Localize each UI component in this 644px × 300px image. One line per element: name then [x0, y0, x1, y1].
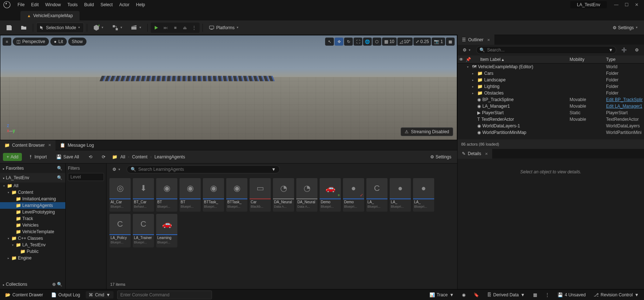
search-icon[interactable]: 🔍 — [57, 282, 62, 287]
level-viewport[interactable]: ≡ ◫Perspective ●Lit Show ↖ ✥ ↻ ⛶ 🌐 ⬡ ▦10… — [0, 35, 457, 140]
asset-tile[interactable]: CLA_TrainerBluepri... — [133, 214, 154, 247]
tree-node[interactable]: 📁Track — [0, 215, 65, 222]
asset-tile[interactable]: 🚗LearningBluepri... — [156, 214, 177, 247]
outliner-row[interactable]: ▸📁LightingFolder — [458, 83, 644, 90]
lit-dropdown[interactable]: ●Lit — [50, 38, 67, 46]
selection-mode-dropdown[interactable]: Selection Mode ▼ — [36, 23, 84, 33]
asset-tile[interactable]: ●LA_Bluepri... — [390, 178, 411, 212]
grid-button[interactable]: ▦ — [531, 292, 539, 297]
skip-button[interactable]: ⏭ — [161, 23, 170, 32]
outliner-row[interactable]: ▸📁LandscapeFolder — [458, 77, 644, 83]
capture-button[interactable]: ◉ — [460, 292, 468, 297]
minimize-button[interactable]: — — [611, 1, 621, 8]
select-tool[interactable]: ↖ — [325, 38, 334, 46]
blueprint-dropdown[interactable]: ▼ — [109, 23, 126, 33]
map-tab[interactable]: ▲ VehicleExampleMap — [20, 11, 80, 20]
outliner-row[interactable]: ◉WorldPartitionMiniMapWorldPartitionMini — [458, 129, 644, 136]
close-icon[interactable]: ✕ — [485, 152, 488, 156]
col-mobility[interactable]: Mobility — [570, 57, 606, 62]
stop-button[interactable]: ■ — [170, 23, 180, 32]
outliner-settings-button[interactable]: ⚙ — [632, 45, 642, 55]
tree-node[interactable]: ▾📁All — [0, 182, 65, 189]
surface-snap-toggle[interactable]: ⬡ — [373, 38, 381, 46]
eye-icon[interactable]: 👁 — [459, 57, 463, 62]
favorites-header[interactable]: ▸Favorites🔍 — [0, 164, 65, 173]
history-back[interactable]: ⟲ — [86, 152, 95, 162]
search-icon[interactable]: 🔍 — [57, 175, 62, 180]
menu-select[interactable]: Select — [100, 2, 112, 7]
tree-node[interactable]: ▾📁Content — [0, 189, 65, 196]
output-log-button[interactable]: 📄Output Log — [49, 292, 82, 297]
cmd-dropdown[interactable]: ⌘Cmd▼ — [86, 291, 113, 299]
tab-details[interactable]: ✎Details✕ — [458, 149, 492, 159]
menu-edit[interactable]: Edit — [31, 2, 39, 7]
menu-actor[interactable]: Actor — [119, 2, 130, 7]
tab-message-log[interactable]: 📋Message Log — [55, 140, 98, 150]
outliner-row[interactable]: ◉WorldDataLayers-1WorldDataLayers — [458, 123, 644, 129]
console-input[interactable] — [117, 291, 212, 299]
tab-outliner[interactable]: ☰Outliner✕ — [458, 35, 494, 45]
asset-tile[interactable]: CLA_Bluepri... — [366, 178, 387, 212]
search-icon[interactable]: 🔍 — [57, 166, 62, 171]
asset-tile[interactable]: ◉BTTask_Bluepri... — [203, 178, 224, 212]
outliner-row[interactable]: ◉LA_Manager1MovableEdit LA_Manager1 — [458, 103, 644, 109]
add-button[interactable]: +Add — [3, 153, 22, 161]
angle-snap[interactable]: ◿10° — [397, 38, 413, 46]
close-icon[interactable]: ✕ — [48, 143, 51, 147]
save-all-button[interactable]: 💾Save All — [53, 152, 82, 162]
asset-tile[interactable]: ◉BTBluepri... — [180, 178, 201, 212]
close-icon[interactable]: ✕ — [487, 38, 490, 42]
asset-search-input[interactable] — [138, 167, 269, 172]
streaming-badge[interactable]: ⚠Streaming Disabled — [401, 127, 453, 136]
asset-grid[interactable]: ◎AI_CarBluepri...⬇BT_CarBehavi...◉BTBlue… — [107, 175, 457, 280]
tree-node[interactable]: ▾📁C++ Classes — [0, 235, 65, 242]
content-drawer-button[interactable]: 📂Content Drawer — [3, 292, 45, 297]
tree-node[interactable]: 📁ImitationLearning — [0, 196, 65, 202]
more-button[interactable]: ⋮ — [543, 292, 552, 297]
col-type[interactable]: Type — [606, 57, 644, 62]
asset-tile[interactable]: ⬇BT_CarBehavi... — [133, 178, 154, 212]
outliner-search-input[interactable] — [487, 47, 606, 53]
viewport-layout[interactable]: ▦ — [446, 38, 455, 46]
outliner-search[interactable]: 🔍▼ — [476, 46, 616, 54]
project-header[interactable]: ▾LA_TestEnv🔍 — [0, 173, 65, 182]
outliner-row[interactable]: TTextRenderActorMovableTextRenderActor — [458, 116, 644, 123]
save-button[interactable] — [3, 23, 15, 33]
trace-dropdown[interactable]: 📊Trace▼ — [427, 292, 456, 297]
crumb-content[interactable]: Content — [132, 154, 147, 159]
perspective-dropdown[interactable]: ◫Perspective — [13, 38, 49, 46]
viewport-menu-button[interactable]: ≡ — [3, 38, 11, 46]
crumb-learningagents[interactable]: LearningAgents — [154, 154, 185, 159]
menu-help[interactable]: Help — [136, 2, 145, 7]
outliner-row[interactable]: ▾🗺VehicleExampleMap (Editor)World — [458, 64, 644, 70]
outliner-filter-button[interactable]: ⚙▼ — [460, 45, 474, 55]
close-button[interactable]: ✕ — [632, 1, 642, 8]
tree-node[interactable]: ▸📁Engine — [0, 255, 65, 261]
outliner-row[interactable]: ▶PlayerStartStaticPlayerStart — [458, 109, 644, 116]
cb-settings-button[interactable]: ⚙Settings — [427, 152, 454, 162]
filter-dropdown[interactable]: ⚙▼ — [109, 164, 124, 174]
tree-node[interactable]: ▾📁LA_TestEnv — [0, 242, 65, 248]
add-content-dropdown[interactable]: +▼ — [90, 23, 107, 33]
scale-snap[interactable]: ⤢0.25 — [413, 38, 431, 46]
unsaved-button[interactable]: 💾4 Unsaved — [555, 292, 588, 297]
asset-tile[interactable]: ◉BTTask_Bluepri... — [226, 178, 247, 212]
cinematics-dropdown[interactable]: ▼ — [128, 23, 144, 33]
asset-tile[interactable]: ▭CarBlackb... — [250, 178, 271, 212]
camera-speed[interactable]: 📷1 — [432, 38, 445, 46]
tree-node[interactable]: 📁LevelPrototyping — [0, 209, 65, 215]
menu-file[interactable]: File — [18, 2, 24, 7]
eject-button[interactable]: ⏏ — [180, 23, 189, 32]
filters-input[interactable] — [68, 173, 104, 181]
asset-tile[interactable]: ◔DA_NeuralData A... — [296, 178, 317, 212]
asset-tile[interactable]: ◔DA_NeuralData A... — [273, 178, 294, 212]
asset-tile[interactable]: ●LA_Bluepri... — [413, 178, 434, 212]
tree-node[interactable]: 📁VehicleTemplate — [0, 228, 65, 235]
derived-data-dropdown[interactable]: 🗄Derived Data▼ — [485, 292, 527, 297]
menu-tools[interactable]: Tools — [68, 2, 78, 7]
scale-tool[interactable]: ⛶ — [354, 38, 362, 46]
asset-tile[interactable]: ◎AI_CarBluepri... — [109, 178, 131, 212]
move-tool[interactable]: ✥ — [335, 38, 343, 46]
col-item-label[interactable]: Item Label ▴ — [468, 57, 570, 62]
asset-tile[interactable]: ●✓DemoBluepri... — [343, 178, 364, 212]
